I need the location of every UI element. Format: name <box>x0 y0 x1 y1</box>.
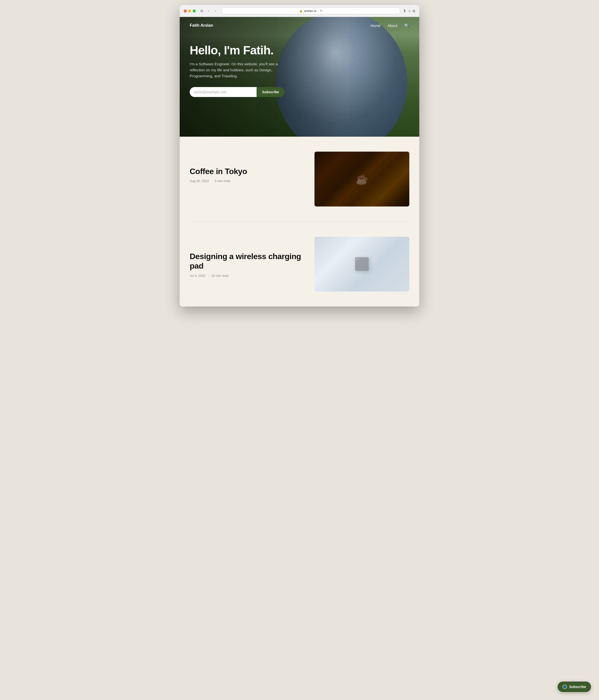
post-meta: Aug 20, 2022 · 5 min read <box>190 179 305 183</box>
forward-button[interactable]: › <box>213 8 219 14</box>
post-date: Jul 4, 2022 <box>190 274 206 278</box>
hero-subscribe-button[interactable]: Subscribe <box>257 87 285 97</box>
post-read-time: 5 min read <box>215 179 230 183</box>
browser-window: ⊞ ‹ › 🔒 arslan.io ↻ ⬆ + ⧉ Fatih Arslan H… <box>180 5 419 306</box>
meta-dot: · <box>208 274 209 278</box>
tabs-icon[interactable]: ⧉ <box>412 9 415 13</box>
sidebar-toggle-button[interactable]: ⊞ <box>199 8 205 14</box>
post-thumbnail[interactable] <box>314 152 409 206</box>
post-item: Designing a wireless charging pad Jul 4,… <box>190 237 409 292</box>
minimize-button[interactable] <box>188 9 191 12</box>
new-tab-icon[interactable]: + <box>408 9 411 13</box>
browser-chrome: ⊞ ‹ › 🔒 arslan.io ↻ ⬆ + ⧉ <box>180 5 419 17</box>
nav-about-link[interactable]: About <box>388 23 397 28</box>
post-item: Coffee in Tokyo Aug 20, 2022 · 5 min rea… <box>190 152 409 222</box>
reload-button[interactable]: ↻ <box>320 9 323 13</box>
hero-content: Hello, I'm Fatih. I'm a Software Enginee… <box>180 34 419 97</box>
browser-actions: ⬆ + ⧉ <box>403 9 415 13</box>
browser-controls: ⊞ ‹ › <box>199 8 219 14</box>
subscribe-form: Subscribe <box>190 87 285 97</box>
nav-links: Home About 🔍 <box>370 23 409 28</box>
subscribe-person-icon: 👤 <box>562 684 567 689</box>
search-icon[interactable]: 🔍 <box>404 23 409 28</box>
main-content: Coffee in Tokyo Aug 20, 2022 · 5 min rea… <box>180 137 419 306</box>
post-date: Aug 20, 2022 <box>190 179 209 183</box>
post-text: Designing a wireless charging pad Jul 4,… <box>190 237 305 278</box>
address-bar[interactable]: 🔒 arslan.io ↻ <box>222 7 400 14</box>
site-title[interactable]: Fatih Arslan <box>190 23 213 28</box>
share-icon[interactable]: ⬆ <box>403 9 406 13</box>
meta-dot: · <box>211 179 212 183</box>
fullscreen-button[interactable] <box>193 9 196 12</box>
back-button[interactable]: ‹ <box>206 8 212 14</box>
lock-icon: 🔒 <box>299 9 303 12</box>
close-button[interactable] <box>184 9 187 12</box>
coffee-tokyo-image <box>314 152 409 206</box>
hero-heading: Hello, I'm Fatih. <box>190 44 409 57</box>
site-nav: Fatih Arslan Home About 🔍 <box>180 17 419 34</box>
post-text: Coffee in Tokyo Aug 20, 2022 · 5 min rea… <box>190 152 305 183</box>
post-thumbnail[interactable] <box>314 237 409 292</box>
post-read-time: 10 min read <box>211 274 229 278</box>
email-input[interactable] <box>190 87 257 97</box>
nav-home-link[interactable]: Home <box>370 23 381 28</box>
floating-subscribe-label: Subscribe <box>569 685 586 689</box>
hero-subtext: I'm a Software Engineer. On this website… <box>190 61 285 79</box>
post-title[interactable]: Coffee in Tokyo <box>190 167 305 176</box>
charging-pad-image <box>314 237 409 292</box>
traffic-lights <box>184 9 196 12</box>
post-meta: Jul 4, 2022 · 10 min read <box>190 274 305 278</box>
hero-section: Fatih Arslan Home About 🔍 Hello, I'm Fat… <box>180 17 419 137</box>
url-text: arslan.io <box>304 9 316 13</box>
post-title[interactable]: Designing a wireless charging pad <box>190 252 305 271</box>
floating-subscribe-button[interactable]: 👤 Subscribe <box>557 681 591 692</box>
